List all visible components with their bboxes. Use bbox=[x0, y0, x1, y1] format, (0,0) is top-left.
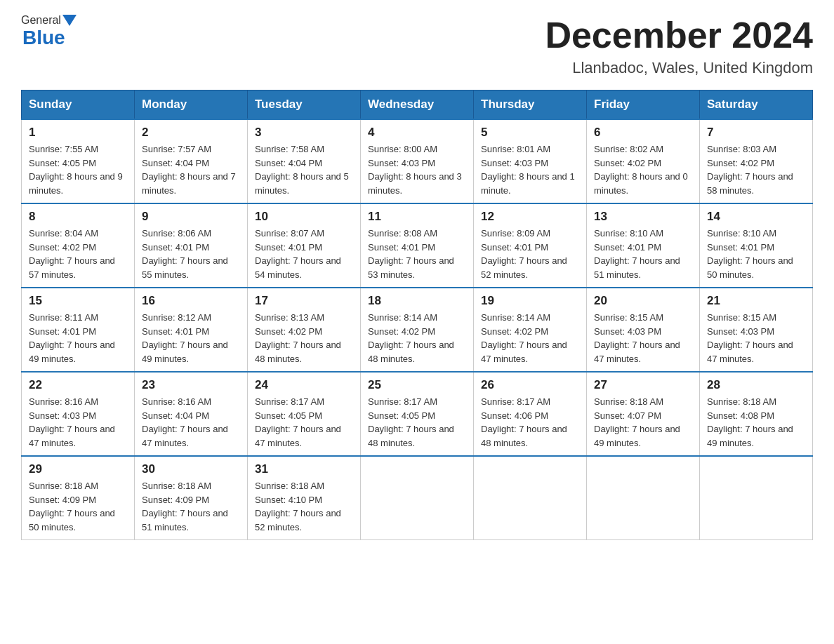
day-number: 14 bbox=[707, 210, 805, 224]
day-info: Sunrise: 7:57 AMSunset: 4:04 PMDaylight:… bbox=[142, 144, 236, 196]
month-title: December 2024 bbox=[545, 14, 813, 56]
calendar-cell: 4 Sunrise: 8:00 AMSunset: 4:03 PMDayligh… bbox=[361, 119, 474, 203]
day-number: 31 bbox=[255, 462, 353, 476]
calendar-header-row: SundayMondayTuesdayWednesdayThursdayFrid… bbox=[22, 90, 813, 120]
day-number: 2 bbox=[142, 126, 240, 140]
day-info: Sunrise: 8:01 AMSunset: 4:03 PMDaylight:… bbox=[481, 144, 575, 196]
day-info: Sunrise: 8:17 AMSunset: 4:06 PMDaylight:… bbox=[481, 396, 567, 448]
day-info: Sunrise: 8:18 AMSunset: 4:10 PMDaylight:… bbox=[255, 481, 341, 532]
calendar-cell: 10 Sunrise: 8:07 AMSunset: 4:01 PMDaylig… bbox=[248, 203, 361, 288]
day-number: 28 bbox=[707, 378, 805, 392]
day-number: 12 bbox=[481, 210, 579, 224]
day-number: 18 bbox=[368, 294, 466, 308]
calendar-cell: 8 Sunrise: 8:04 AMSunset: 4:02 PMDayligh… bbox=[22, 203, 135, 288]
day-header-sunday: Sunday bbox=[22, 90, 135, 120]
day-info: Sunrise: 8:16 AMSunset: 4:03 PMDaylight:… bbox=[29, 396, 115, 448]
day-number: 6 bbox=[594, 126, 692, 140]
calendar-cell: 13 Sunrise: 8:10 AMSunset: 4:01 PMDaylig… bbox=[587, 203, 700, 288]
day-number: 20 bbox=[594, 294, 692, 308]
day-info: Sunrise: 8:03 AMSunset: 4:02 PMDaylight:… bbox=[707, 144, 793, 196]
day-info: Sunrise: 8:00 AMSunset: 4:03 PMDaylight:… bbox=[368, 144, 462, 196]
week-row-2: 8 Sunrise: 8:04 AMSunset: 4:02 PMDayligh… bbox=[22, 203, 813, 288]
calendar-cell: 16 Sunrise: 8:12 AMSunset: 4:01 PMDaylig… bbox=[135, 288, 248, 372]
day-header-saturday: Saturday bbox=[700, 90, 813, 120]
day-info: Sunrise: 8:13 AMSunset: 4:02 PMDaylight:… bbox=[255, 312, 341, 364]
calendar-cell: 30 Sunrise: 8:18 AMSunset: 4:09 PMDaylig… bbox=[135, 456, 248, 540]
day-info: Sunrise: 8:18 AMSunset: 4:08 PMDaylight:… bbox=[707, 396, 793, 448]
day-header-wednesday: Wednesday bbox=[361, 90, 474, 120]
day-number: 13 bbox=[594, 210, 692, 224]
day-info: Sunrise: 8:15 AMSunset: 4:03 PMDaylight:… bbox=[594, 312, 680, 364]
day-number: 22 bbox=[29, 378, 127, 392]
day-number: 15 bbox=[29, 294, 127, 308]
calendar-cell: 31 Sunrise: 8:18 AMSunset: 4:10 PMDaylig… bbox=[248, 456, 361, 540]
day-info: Sunrise: 8:08 AMSunset: 4:01 PMDaylight:… bbox=[368, 228, 454, 280]
week-row-3: 15 Sunrise: 8:11 AMSunset: 4:01 PMDaylig… bbox=[22, 288, 813, 372]
day-info: Sunrise: 8:10 AMSunset: 4:01 PMDaylight:… bbox=[707, 228, 793, 280]
day-info: Sunrise: 8:15 AMSunset: 4:03 PMDaylight:… bbox=[707, 312, 793, 364]
calendar-cell: 24 Sunrise: 8:17 AMSunset: 4:05 PMDaylig… bbox=[248, 372, 361, 456]
day-number: 19 bbox=[481, 294, 579, 308]
day-header-monday: Monday bbox=[135, 90, 248, 120]
calendar-cell: 27 Sunrise: 8:18 AMSunset: 4:07 PMDaylig… bbox=[587, 372, 700, 456]
day-info: Sunrise: 7:55 AMSunset: 4:05 PMDaylight:… bbox=[29, 144, 123, 196]
calendar-cell: 21 Sunrise: 8:15 AMSunset: 4:03 PMDaylig… bbox=[700, 288, 813, 372]
day-number: 16 bbox=[142, 294, 240, 308]
calendar-cell: 15 Sunrise: 8:11 AMSunset: 4:01 PMDaylig… bbox=[22, 288, 135, 372]
calendar-cell bbox=[587, 456, 700, 540]
day-info: Sunrise: 8:11 AMSunset: 4:01 PMDaylight:… bbox=[29, 312, 115, 364]
day-info: Sunrise: 8:06 AMSunset: 4:01 PMDaylight:… bbox=[142, 228, 228, 280]
calendar-cell: 14 Sunrise: 8:10 AMSunset: 4:01 PMDaylig… bbox=[700, 203, 813, 288]
calendar-cell: 19 Sunrise: 8:14 AMSunset: 4:02 PMDaylig… bbox=[474, 288, 587, 372]
day-number: 21 bbox=[707, 294, 805, 308]
day-number: 29 bbox=[29, 462, 127, 476]
location-text: Llanbadoc, Wales, United Kingdom bbox=[545, 59, 813, 77]
day-number: 24 bbox=[255, 378, 353, 392]
day-info: Sunrise: 8:10 AMSunset: 4:01 PMDaylight:… bbox=[594, 228, 680, 280]
calendar-cell: 11 Sunrise: 8:08 AMSunset: 4:01 PMDaylig… bbox=[361, 203, 474, 288]
day-info: Sunrise: 8:16 AMSunset: 4:04 PMDaylight:… bbox=[142, 396, 228, 448]
day-number: 27 bbox=[594, 378, 692, 392]
day-info: Sunrise: 8:18 AMSunset: 4:07 PMDaylight:… bbox=[594, 396, 680, 448]
calendar-table: SundayMondayTuesdayWednesdayThursdayFrid… bbox=[21, 90, 813, 540]
calendar-cell: 22 Sunrise: 8:16 AMSunset: 4:03 PMDaylig… bbox=[22, 372, 135, 456]
day-number: 9 bbox=[142, 210, 240, 224]
day-info: Sunrise: 8:09 AMSunset: 4:01 PMDaylight:… bbox=[481, 228, 567, 280]
calendar-cell: 20 Sunrise: 8:15 AMSunset: 4:03 PMDaylig… bbox=[587, 288, 700, 372]
calendar-cell: 9 Sunrise: 8:06 AMSunset: 4:01 PMDayligh… bbox=[135, 203, 248, 288]
calendar-cell: 23 Sunrise: 8:16 AMSunset: 4:04 PMDaylig… bbox=[135, 372, 248, 456]
week-row-4: 22 Sunrise: 8:16 AMSunset: 4:03 PMDaylig… bbox=[22, 372, 813, 456]
calendar-cell bbox=[474, 456, 587, 540]
day-number: 17 bbox=[255, 294, 353, 308]
day-number: 7 bbox=[707, 126, 805, 140]
day-number: 10 bbox=[255, 210, 353, 224]
day-info: Sunrise: 8:17 AMSunset: 4:05 PMDaylight:… bbox=[255, 396, 341, 448]
calendar-cell: 2 Sunrise: 7:57 AMSunset: 4:04 PMDayligh… bbox=[135, 119, 248, 203]
day-info: Sunrise: 8:18 AMSunset: 4:09 PMDaylight:… bbox=[142, 481, 228, 532]
day-info: Sunrise: 7:58 AMSunset: 4:04 PMDaylight:… bbox=[255, 144, 349, 196]
week-row-1: 1 Sunrise: 7:55 AMSunset: 4:05 PMDayligh… bbox=[22, 119, 813, 203]
day-info: Sunrise: 8:04 AMSunset: 4:02 PMDaylight:… bbox=[29, 228, 115, 280]
logo-arrow-icon bbox=[62, 15, 77, 26]
day-number: 3 bbox=[255, 126, 353, 140]
day-info: Sunrise: 8:12 AMSunset: 4:01 PMDaylight:… bbox=[142, 312, 228, 364]
page-header: General Blue December 2024 Llanbadoc, Wa… bbox=[21, 14, 813, 77]
calendar-cell: 28 Sunrise: 8:18 AMSunset: 4:08 PMDaylig… bbox=[700, 372, 813, 456]
day-number: 8 bbox=[29, 210, 127, 224]
day-number: 11 bbox=[368, 210, 466, 224]
day-info: Sunrise: 8:14 AMSunset: 4:02 PMDaylight:… bbox=[481, 312, 567, 364]
calendar-cell: 6 Sunrise: 8:02 AMSunset: 4:02 PMDayligh… bbox=[587, 119, 700, 203]
day-number: 4 bbox=[368, 126, 466, 140]
calendar-cell: 26 Sunrise: 8:17 AMSunset: 4:06 PMDaylig… bbox=[474, 372, 587, 456]
calendar-cell: 29 Sunrise: 8:18 AMSunset: 4:09 PMDaylig… bbox=[22, 456, 135, 540]
day-info: Sunrise: 8:18 AMSunset: 4:09 PMDaylight:… bbox=[29, 481, 115, 532]
calendar-cell: 5 Sunrise: 8:01 AMSunset: 4:03 PMDayligh… bbox=[474, 119, 587, 203]
day-info: Sunrise: 8:17 AMSunset: 4:05 PMDaylight:… bbox=[368, 396, 454, 448]
logo-blue-text: Blue bbox=[22, 27, 65, 49]
day-header-friday: Friday bbox=[587, 90, 700, 120]
logo: General Blue bbox=[21, 14, 78, 49]
day-number: 26 bbox=[481, 378, 579, 392]
title-block: December 2024 Llanbadoc, Wales, United K… bbox=[545, 14, 813, 77]
day-info: Sunrise: 8:14 AMSunset: 4:02 PMDaylight:… bbox=[368, 312, 454, 364]
calendar-cell bbox=[700, 456, 813, 540]
